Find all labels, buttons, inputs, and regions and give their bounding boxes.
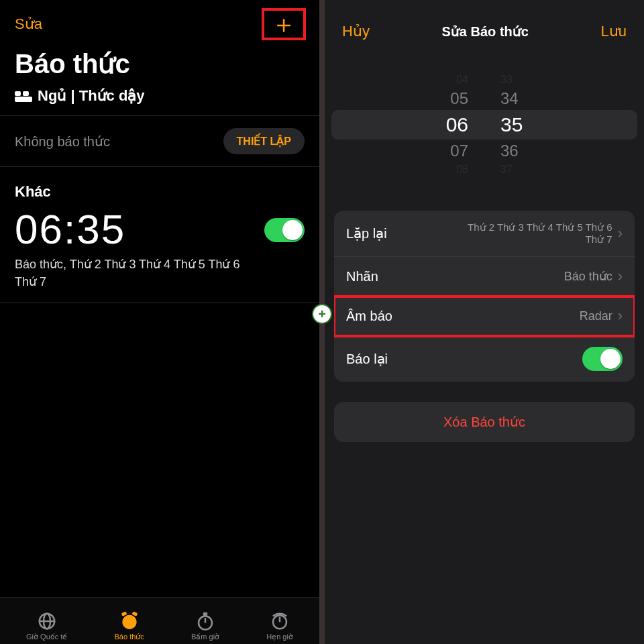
right-header: Hủy Sửa Báo thức Lưu	[325, 0, 644, 51]
tab-label: Bấm giờ	[191, 633, 219, 641]
tab-label: Giờ Quốc tế	[26, 633, 67, 641]
left-header: Sửa ＋	[0, 0, 319, 40]
chevron-right-icon: ›	[618, 307, 623, 325]
picker-minute: 35	[500, 110, 523, 140]
tab-label: Hẹn giờ	[266, 633, 293, 641]
label-value: Báo thức›	[564, 268, 623, 285]
repeat-label: Lặp lại	[346, 225, 387, 241]
sleep-wake-label: Ngủ | Thức dậy	[38, 87, 145, 105]
svg-rect-8	[204, 613, 207, 616]
delete-alarm-button[interactable]: Xóa Báo thức	[334, 402, 635, 442]
modal-title: Sửa Báo thức	[442, 23, 529, 40]
sound-label: Âm báo	[346, 309, 392, 324]
svg-rect-4	[121, 612, 126, 616]
sound-row[interactable]: Âm báo Radar›	[334, 297, 635, 336]
chevron-right-icon: ›	[618, 225, 623, 242]
page-title: Báo thức	[0, 40, 319, 86]
repeat-row[interactable]: Lặp lại Thứ 2 Thứ 3 Thứ 4 Thứ 5 Thứ 6 Th…	[334, 211, 635, 257]
save-button[interactable]: Lưu	[601, 23, 627, 40]
time-picker[interactable]: 0332 0433 0534 06 35 0736 0837 0938	[331, 51, 637, 199]
globe-icon	[37, 611, 57, 631]
bed-icon	[15, 90, 32, 102]
stopwatch-icon	[195, 611, 215, 631]
repeat-value: Thứ 2 Thứ 3 Thứ 4 Thứ 5 Thứ 6 Thứ 7›	[448, 221, 623, 246]
tab-label: Báo thức	[115, 633, 144, 641]
sound-value: Radar›	[580, 307, 623, 325]
sleep-alarm-row: Không báo thức THIẾT LẬP	[0, 116, 319, 166]
alarm-toggle[interactable]	[264, 218, 305, 242]
snooze-toggle[interactable]	[582, 347, 623, 371]
label-row[interactable]: Nhãn Báo thức›	[334, 257, 635, 297]
plus-icon[interactable]: ＋	[271, 15, 297, 34]
no-alarm-text: Không báo thức	[15, 133, 110, 150]
edit-alarm-screen: Hủy Sửa Báo thức Lưu 0332 0433 0534 06 3…	[322, 0, 644, 644]
picker-hour: 06	[446, 110, 468, 140]
tab-world-clock[interactable]: Giờ Quốc tế	[26, 611, 67, 641]
tab-stopwatch[interactable]: Bấm giờ	[191, 611, 219, 641]
alarm-clock-icon	[119, 611, 140, 631]
alarm-subtitle: Báo thức, Thứ 2 Thứ 3 Thứ 4 Thứ 5 Thứ 6 …	[15, 256, 255, 290]
tab-alarm[interactable]: Báo thức	[115, 611, 144, 641]
snooze-label: Báo lại	[346, 351, 388, 367]
tab-timer[interactable]: Hẹn giờ	[266, 611, 293, 641]
setup-button[interactable]: THIẾT LẬP	[223, 128, 305, 154]
chevron-right-icon: ›	[618, 268, 623, 285]
svg-point-3	[123, 615, 136, 629]
tutorial-step-plus-icon: +	[312, 304, 332, 324]
cancel-button[interactable]: Hủy	[342, 23, 370, 40]
timer-icon	[270, 611, 290, 631]
alarm-time: 06:35	[15, 209, 255, 250]
alarm-settings-group: Lặp lại Thứ 2 Thứ 3 Thứ 4 Thứ 5 Thứ 6 Th…	[334, 211, 635, 382]
snooze-row: Báo lại	[334, 336, 635, 382]
alarm-row[interactable]: 06:35 Báo thức, Thứ 2 Thứ 3 Thứ 4 Thứ 5 …	[0, 206, 319, 303]
label-label: Nhãn	[346, 269, 378, 284]
other-section-header: Khác	[0, 167, 319, 206]
sleep-wake-section-header: Ngủ | Thức dậy	[0, 86, 319, 115]
alarm-list-screen: Sửa ＋ Báo thức Ngủ | Thức dậy Không báo …	[0, 0, 322, 644]
add-alarm-highlight: ＋	[262, 8, 306, 40]
edit-button[interactable]: Sửa	[15, 15, 42, 33]
picker-selected: 06 35	[446, 110, 523, 140]
svg-rect-5	[132, 612, 137, 616]
tab-bar: Giờ Quốc tế Báo thức Bấm giờ Hẹn giờ	[0, 597, 319, 644]
